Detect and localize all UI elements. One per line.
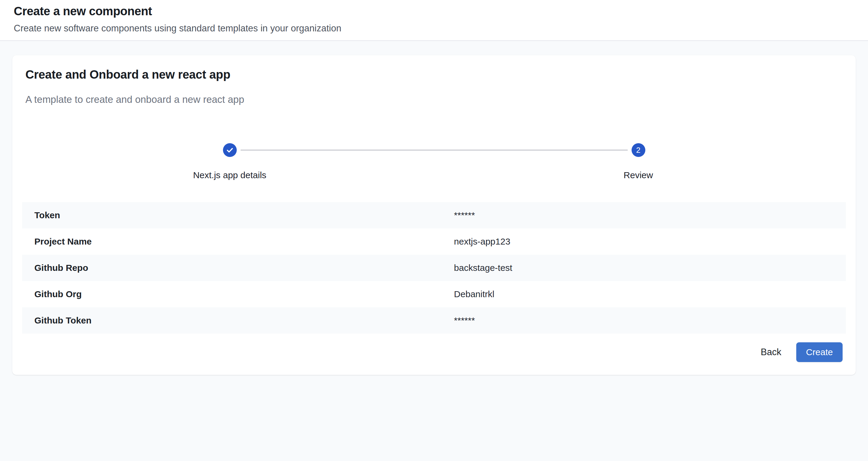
table-row-token: Token ****** xyxy=(22,202,846,228)
step-label-nextjs-app-details: Next.js app details xyxy=(193,170,266,181)
step-label-review: Review xyxy=(623,170,653,181)
template-card: Create and Onboard a new react app A tem… xyxy=(12,55,856,375)
main-content: Create and Onboard a new react app A tem… xyxy=(0,41,868,375)
row-value: nextjs-app123 xyxy=(454,237,834,247)
step-active-indicator: 2 xyxy=(631,143,645,157)
step-completed-indicator xyxy=(223,143,237,157)
stepper-step-review: 2 Review xyxy=(434,143,843,181)
stepper: Next.js app details 2 Review xyxy=(25,143,843,181)
page-title: Create a new component xyxy=(14,4,854,18)
actions-row: Back Create xyxy=(25,342,843,362)
step-connector-line xyxy=(241,150,628,150)
card-title: Create and Onboard a new react app xyxy=(25,67,843,82)
row-value: backstage-test xyxy=(454,263,834,273)
row-label: Github Repo xyxy=(34,263,454,273)
row-label: Token xyxy=(34,210,454,220)
back-button[interactable]: Back xyxy=(752,343,790,362)
row-value: ****** xyxy=(454,210,834,220)
step-number: 2 xyxy=(636,146,640,155)
row-value: Debanitrkl xyxy=(454,289,834,299)
table-row-github-repo: Github Repo backstage-test xyxy=(22,255,846,281)
create-button[interactable]: Create xyxy=(796,342,843,362)
row-label: Github Token xyxy=(34,315,454,326)
stepper-step-nextjs-app-details: Next.js app details xyxy=(25,143,434,181)
row-label: Project Name xyxy=(34,237,454,247)
review-table: Token ****** Project Name nextjs-app123 … xyxy=(22,202,846,334)
card-subtitle: A template to create and onboard a new r… xyxy=(25,94,843,105)
page-header: Create a new component Create new softwa… xyxy=(0,0,868,41)
page-subtitle: Create new software components using sta… xyxy=(14,23,854,34)
table-row-github-token: Github Token ****** xyxy=(22,307,846,334)
check-icon xyxy=(226,146,234,154)
row-label: Github Org xyxy=(34,289,454,299)
row-value: ****** xyxy=(454,315,834,326)
table-row-github-org: Github Org Debanitrkl xyxy=(22,281,846,307)
table-row-project-name: Project Name nextjs-app123 xyxy=(22,228,846,255)
